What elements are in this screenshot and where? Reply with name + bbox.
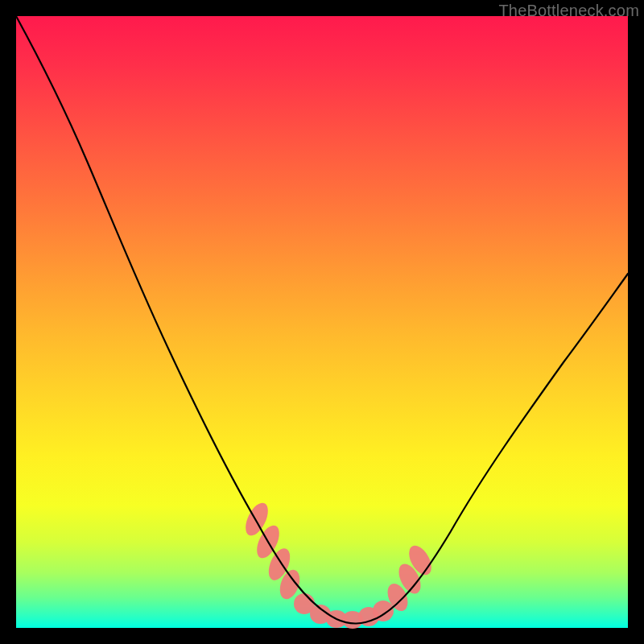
watermark-text: TheBottleneck.com [498, 2, 639, 20]
left-descent-bumps [241, 499, 303, 601]
chart-frame: TheBottleneck.com [0, 0, 644, 644]
right-ascent-bumps [384, 542, 436, 614]
plot-area [16, 16, 628, 628]
curve-svg [16, 16, 628, 628]
bottleneck-curve [16, 16, 628, 624]
